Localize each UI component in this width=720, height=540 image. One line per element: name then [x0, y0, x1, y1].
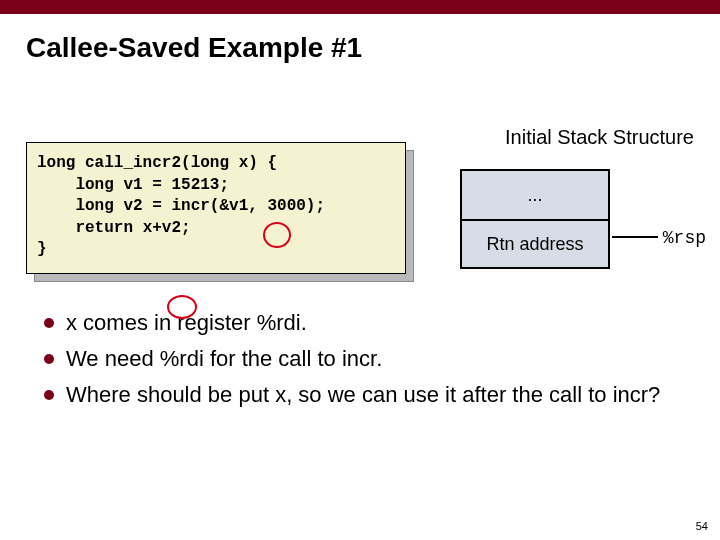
- code-l4c: +v2;: [152, 219, 190, 237]
- header-bar: [0, 0, 720, 14]
- code-l5: }: [37, 240, 47, 258]
- bullet-icon: [44, 390, 54, 400]
- slide-title: Callee-Saved Example #1: [26, 32, 720, 64]
- stack-cell-rtn: Rtn address: [462, 219, 608, 267]
- list-item: Where should be put x, so we can use it …: [44, 382, 660, 408]
- list-item: We need %rdi for the call to incr.: [44, 346, 660, 372]
- list-item: x comes in register %rdi.: [44, 310, 660, 336]
- rsp-pointer-line: [612, 236, 658, 238]
- code-l4a: return: [37, 219, 143, 237]
- stack-cell-dots: ...: [462, 171, 608, 219]
- bullet-icon: [44, 318, 54, 328]
- bullet-icon: [44, 354, 54, 364]
- highlight-oval-return-x: [167, 295, 197, 319]
- code-box: long call_incr2(long x) { long v1 = 1521…: [26, 142, 406, 274]
- bullet-list: x comes in register %rdi. We need %rdi f…: [44, 310, 660, 418]
- code-l1c: ) {: [248, 154, 277, 172]
- code-l1b: x: [239, 154, 249, 172]
- code-l1a: long call_incr2(long: [37, 154, 239, 172]
- bullet-text: Where should be put x, so we can use it …: [66, 382, 660, 408]
- code-l3: long v2 = incr(&v1, 3000);: [37, 197, 325, 215]
- highlight-oval-param-x: [263, 222, 291, 248]
- stack-title: Initial Stack Structure: [505, 126, 694, 149]
- rsp-label: %rsp: [663, 228, 706, 248]
- stack-diagram: ... Rtn address: [460, 169, 610, 269]
- bullet-text: We need %rdi for the call to incr.: [66, 346, 382, 372]
- page-number: 54: [696, 520, 708, 532]
- code-l2: long v1 = 15213;: [37, 176, 229, 194]
- code-block: long call_incr2(long x) { long v1 = 1521…: [26, 142, 416, 274]
- code-l4b: x: [143, 219, 153, 237]
